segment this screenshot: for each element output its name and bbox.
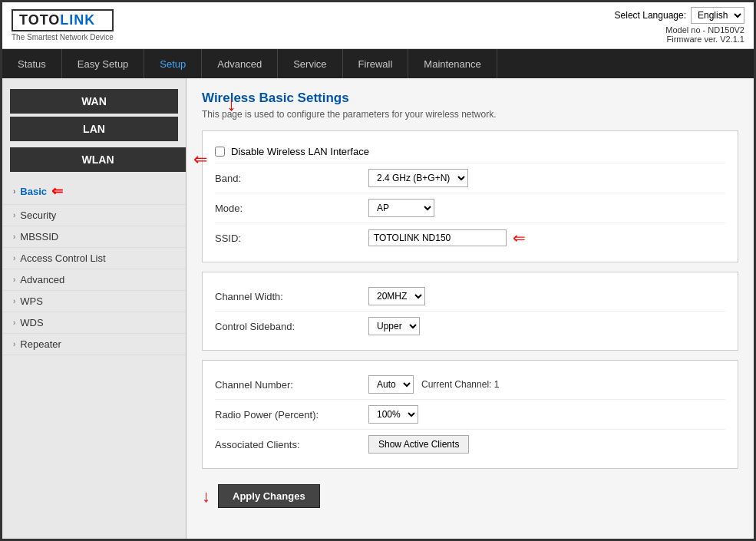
nav-maintenance[interactable]: Maintenance [408, 49, 497, 78]
sidebar-item-repeater[interactable]: › Repeater [2, 334, 186, 355]
section-radio: Channel Number: Auto 123 456 789 1011 Cu… [202, 360, 738, 469]
row-control-sideband: Control Sideband: Upper Lower [215, 312, 725, 341]
sidebar-item-security[interactable]: › Security [2, 205, 186, 226]
lang-label: Select Language: [615, 10, 686, 21]
disable-wlan-checkbox[interactable] [215, 147, 225, 157]
ssid-input-area: ⇐ [368, 229, 526, 247]
show-clients-button[interactable]: Show Active Clients [368, 435, 469, 454]
sidebar-label-mbssid: MBSSID [20, 231, 58, 242]
channel-width-select[interactable]: 20MHZ 40MHZ [368, 287, 425, 305]
sidebar-label-acl: Access Control List [20, 252, 105, 264]
row-associated-clients: Associated Clients: Show Active Clients [215, 430, 725, 459]
navbar: Status Easy Setup Setup Advanced Service… [2, 49, 754, 78]
sidebar-item-mbssid[interactable]: › MBSSID [2, 226, 186, 248]
page-description: This page is used to configure the param… [202, 109, 738, 120]
disable-label[interactable]: Disable Wireless LAN Interface [231, 146, 369, 157]
page-title: Wireless Basic Settings [202, 91, 738, 106]
logo: TOTOLINK [12, 9, 114, 31]
sidebar-item-acl[interactable]: › Access Control List [2, 248, 186, 269]
radio-power-select[interactable]: 100% 75% 50% 25% [368, 405, 418, 424]
associated-clients-label: Associated Clients: [215, 439, 368, 450]
sidebar-btn-wlan[interactable]: WLAN [10, 147, 186, 172]
sidebar-label-wds: WDS [20, 317, 43, 328]
row-disable: Disable Wireless LAN Interface [215, 140, 725, 163]
header: TOTOLINK The Smartest Network Device Sel… [2, 2, 754, 49]
logo-tagline: The Smartest Network Device [12, 33, 114, 41]
language-selector-row: Select Language: English [615, 7, 744, 24]
model-info: Model no - ND150V2 Firmware ver. V2.1.1 [615, 25, 744, 44]
sidebar-item-wds[interactable]: › WDS [2, 312, 186, 334]
section-basic: Disable Wireless LAN Interface Band: 2.4… [202, 130, 738, 262]
sidebar-btn-wan[interactable]: WAN [10, 89, 178, 114]
sidebar-btn-lan[interactable]: LAN [10, 117, 178, 141]
logo-area: TOTOLINK The Smartest Network Device [12, 9, 114, 41]
sidebar-item-wps[interactable]: › WPS [2, 291, 186, 312]
ssid-input[interactable] [368, 229, 507, 246]
control-sideband-label: Control Sideband: [215, 321, 368, 332]
nav-easy-setup[interactable]: Easy Setup [62, 49, 145, 78]
nav-status[interactable]: Status [2, 49, 62, 78]
model-no: Model no - ND150V2 [615, 25, 744, 35]
caret-acl: › [13, 254, 15, 262]
caret-advanced: › [13, 275, 15, 284]
caret-wps: › [13, 297, 15, 305]
channel-number-area: Auto 123 456 789 1011 Current Channel: 1 [368, 375, 499, 394]
channel-number-select[interactable]: Auto 123 456 789 1011 [368, 375, 414, 394]
caret-wds: › [13, 318, 15, 327]
apply-changes-button[interactable]: Apply Changes [218, 484, 320, 508]
row-ssid: SSID: ⇐ [215, 223, 725, 252]
ssid-arrow: ⇐ [513, 229, 526, 247]
nav-advanced[interactable]: Advanced [202, 49, 278, 78]
current-channel-label: Current Channel: 1 [421, 379, 499, 390]
sidebar-label-basic: Basic [20, 186, 47, 197]
section-channel: Channel Width: 20MHZ 40MHZ Control Sideb… [202, 272, 738, 351]
content-area: Wireless Basic Settings This page is use… [187, 78, 754, 539]
band-label: Band: [215, 173, 368, 184]
channel-width-label: Channel Width: [215, 291, 368, 302]
nav-service[interactable]: Service [278, 49, 342, 78]
apply-arrow: ↓ [202, 487, 210, 506]
sidebar-item-basic[interactable]: › Basic ⇐ [2, 178, 186, 205]
ssid-label: SSID: [215, 233, 368, 244]
band-select[interactable]: 2.4 GHz (B+G+N) 2.4 GHz (B+G) 2.4 GHz (B… [368, 169, 468, 187]
row-mode: Mode: AP Client WDS AP+WDS [215, 193, 725, 223]
row-radio-power: Radio Power (Percent): 100% 75% 50% 25% [215, 400, 725, 430]
sidebar-label-wps: WPS [20, 295, 43, 307]
control-sideband-select[interactable]: Upper Lower [368, 317, 420, 335]
apply-area: ↓ Apply Changes [202, 478, 738, 511]
header-right: Select Language: English Model no - ND15… [615, 7, 744, 44]
nav-setup[interactable]: Setup [144, 49, 202, 78]
caret-mbssid: › [13, 233, 15, 241]
basic-arrow: ⇐ [51, 183, 63, 200]
caret-repeater: › [13, 340, 15, 348]
row-channel-number: Channel Number: Auto 123 456 789 1011 Cu… [215, 370, 725, 400]
row-band: Band: 2.4 GHz (B+G+N) 2.4 GHz (B+G) 2.4 … [215, 163, 725, 193]
sidebar-label-security: Security [20, 209, 56, 221]
sidebar-label-advanced: Advanced [20, 274, 64, 285]
firmware-ver: Firmware ver. V2.1.1 [615, 35, 744, 44]
radio-power-label: Radio Power (Percent): [215, 409, 368, 421]
channel-number-label: Channel Number: [215, 379, 368, 391]
caret-basic: › [13, 187, 15, 196]
language-select[interactable]: English [691, 7, 744, 24]
caret-security: › [13, 211, 15, 219]
sidebar-item-advanced[interactable]: › Advanced [2, 269, 186, 291]
sidebar: WAN LAN WLAN ⇐ › Basic ⇐ › Security › MB… [2, 78, 187, 539]
mode-select[interactable]: AP Client WDS AP+WDS [368, 199, 434, 217]
main-layout: WAN LAN WLAN ⇐ › Basic ⇐ › Security › MB… [2, 78, 754, 539]
nav-firewall[interactable]: Firewall [343, 49, 409, 78]
row-channel-width: Channel Width: 20MHZ 40MHZ [215, 282, 725, 312]
sidebar-label-repeater: Repeater [20, 338, 61, 350]
mode-label: Mode: [215, 203, 368, 214]
